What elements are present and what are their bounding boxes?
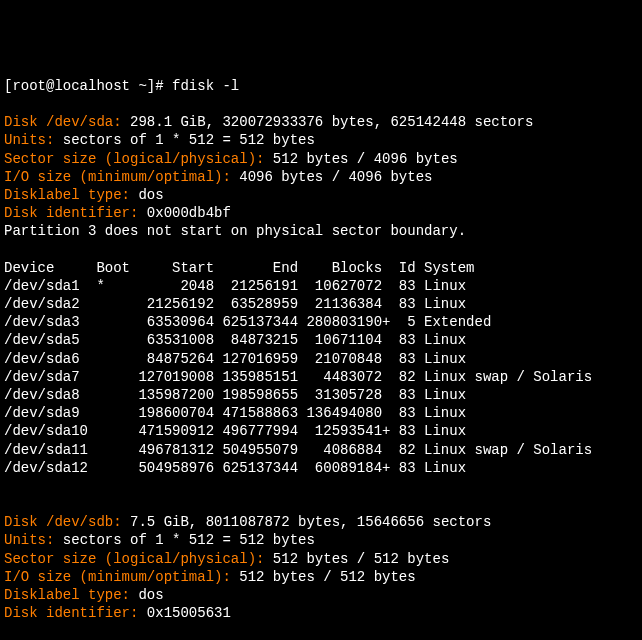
terminal-line: Units: sectors of 1 * 512 = 512 bytes [4, 131, 638, 149]
terminal-line: /dev/sda2 21256192 63528959 21136384 83 … [4, 295, 638, 313]
terminal-line: /dev/sda9 198600704 471588863 136494080 … [4, 404, 638, 422]
terminal-line: Disk identifier: 0x000db4bf [4, 204, 638, 222]
field-label: Sector size (logical/physical): [4, 151, 264, 167]
terminal-line: /dev/sda8 135987200 198598655 31305728 8… [4, 386, 638, 404]
field-label: Disk identifier: [4, 605, 138, 621]
terminal-line: Disk identifier: 0x15005631 [4, 604, 638, 622]
field-label: Disk /dev/sdb: [4, 514, 122, 530]
field-label: I/O size (minimum/optimal): [4, 169, 231, 185]
terminal-line [4, 240, 638, 258]
terminal-line [4, 95, 638, 113]
terminal-line: /dev/sda1 * 2048 21256191 10627072 83 Li… [4, 277, 638, 295]
field-label: I/O size (minimum/optimal): [4, 569, 231, 585]
terminal-line [4, 622, 638, 640]
terminal-line: Partition 3 does not start on physical s… [4, 222, 638, 240]
terminal-line: /dev/sda7 127019008 135985151 4483072 82… [4, 368, 638, 386]
field-label: Units: [4, 132, 54, 148]
terminal-line: I/O size (minimum/optimal): 512 bytes / … [4, 568, 638, 586]
terminal-line [4, 477, 638, 495]
field-label: Units: [4, 532, 54, 548]
field-label: Disk /dev/sda: [4, 114, 122, 130]
terminal-line: /dev/sda5 63531008 84873215 10671104 83 … [4, 331, 638, 349]
terminal-line: Disklabel type: dos [4, 186, 638, 204]
terminal-line: [root@localhost ~]# fdisk -l [4, 77, 638, 95]
terminal-line: Device Boot Start End Blocks Id System [4, 259, 638, 277]
terminal-line: I/O size (minimum/optimal): 4096 bytes /… [4, 168, 638, 186]
field-label: Disklabel type: [4, 587, 130, 603]
field-label: Disk identifier: [4, 205, 138, 221]
field-label: Sector size (logical/physical): [4, 551, 264, 567]
terminal-line: Disk /dev/sdb: 7.5 GiB, 8011087872 bytes… [4, 513, 638, 531]
terminal-line: /dev/sda11 496781312 504955079 4086884 8… [4, 441, 638, 459]
terminal-output: [root@localhost ~]# fdisk -l Disk /dev/s… [4, 77, 638, 640]
field-label: Disklabel type: [4, 187, 130, 203]
terminal-line: /dev/sda6 84875264 127016959 21070848 83… [4, 350, 638, 368]
terminal-line [4, 495, 638, 513]
terminal-line: Disklabel type: dos [4, 586, 638, 604]
terminal-line: Sector size (logical/physical): 512 byte… [4, 550, 638, 568]
terminal-line: /dev/sda3 63530964 625137344 280803190+ … [4, 313, 638, 331]
terminal-line: /dev/sda10 471590912 496777994 12593541+… [4, 422, 638, 440]
terminal-line: Sector size (logical/physical): 512 byte… [4, 150, 638, 168]
terminal-line: Units: sectors of 1 * 512 = 512 bytes [4, 531, 638, 549]
terminal-line: Disk /dev/sda: 298.1 GiB, 320072933376 b… [4, 113, 638, 131]
terminal-line: /dev/sda12 504958976 625137344 60089184+… [4, 459, 638, 477]
